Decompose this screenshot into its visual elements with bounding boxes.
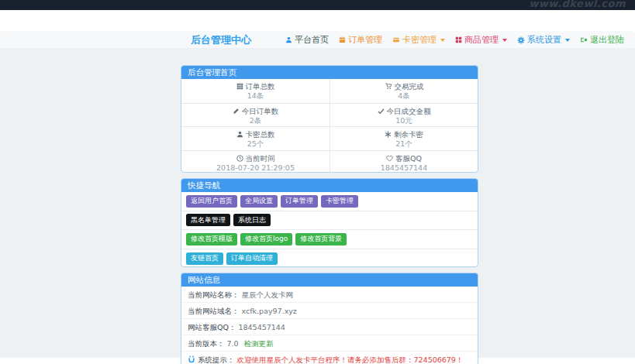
- stat-label: 当前时间: [181, 153, 330, 163]
- quick-nav-button-卡密管理[interactable]: 卡密管理: [321, 195, 358, 208]
- chevron-down-icon: [502, 39, 507, 42]
- quick-nav-button-友链首页[interactable]: 友链首页: [186, 252, 223, 265]
- site-info-value: 7.0: [227, 335, 239, 352]
- stat-cell: 今日订单数2条: [181, 103, 330, 127]
- site-info-row: 当前版本：7.0检测更新: [181, 335, 478, 352]
- check-update-link[interactable]: 检测更新: [244, 335, 274, 352]
- nav-item-label: 系统设置: [527, 34, 561, 46]
- box-icon: [455, 36, 462, 43]
- site-info-label: 当前网站名称：: [188, 287, 240, 303]
- stat-label-text: 交易完成: [395, 81, 424, 91]
- stat-label: 卡密总数: [181, 129, 330, 139]
- quick-nav-row: 友链首页订单自动清理: [181, 249, 478, 269]
- stat-label-text: 当前时间: [246, 153, 275, 163]
- stat-label: 剩余卡密: [330, 129, 478, 139]
- site-info-row: 当前网站名称：星辰个人发卡网: [181, 287, 478, 303]
- site-info-label: 网站客服QQ：: [188, 319, 236, 335]
- stat-label-text: 卡密总数: [246, 129, 275, 139]
- stat-label-text: 订单总数: [246, 81, 275, 91]
- check-icon: [378, 108, 385, 115]
- navbar: 后台管理中心 平台首页订单管理卡密管理商品管理系统设置退出登陆: [0, 31, 635, 49]
- stat-label-text: 剩余卡密: [394, 129, 423, 139]
- credit-card-icon: [392, 36, 400, 43]
- quick-nav-body: 返回用户首页全局设置订单管理卡密管理黑名单管理系统日志修改首页模版修改首页log…: [181, 192, 478, 268]
- site-info-label: 系统提示：: [198, 352, 235, 364]
- quick-nav-button-返回用户首页[interactable]: 返回用户首页: [186, 195, 237, 208]
- gear-icon: [517, 36, 525, 44]
- grid-icon: [236, 83, 243, 90]
- site-info-value: 1845457144: [238, 319, 285, 335]
- stat-value: 1845457144: [330, 163, 478, 173]
- stat-value: 25个: [181, 139, 330, 149]
- asterisk-icon: [385, 131, 392, 138]
- site-info-label: 当前网站域名：: [188, 303, 240, 319]
- nav-item-系统设置[interactable]: 系统设置: [517, 34, 570, 46]
- stat-value: 2条: [181, 116, 330, 125]
- signout-icon: [580, 36, 588, 43]
- nav-item-平台首页[interactable]: 平台首页: [285, 34, 329, 46]
- stat-label: 客服QQ: [330, 153, 478, 163]
- brand-title: 后台管理中心: [191, 31, 251, 49]
- site-info-row: 系统提示：欢迎使用星辰个人发卡平台程序！请务必添加售后群：724506679！: [181, 352, 478, 364]
- stat-value: 21个: [330, 139, 478, 149]
- stat-cell: 今日成交金额10元: [330, 103, 478, 127]
- clock-icon: [236, 155, 243, 162]
- stat-label: 订单总数: [181, 81, 330, 91]
- nav-item-label: 商品管理: [464, 34, 499, 46]
- nav-item-退出登陆[interactable]: 退出登陆: [580, 34, 624, 46]
- site-info-value: 星辰个人发卡网: [242, 287, 294, 303]
- quick-nav-panel: 快捷导航 返回用户首页全局设置订单管理卡密管理黑名单管理系统日志修改首页模版修改…: [181, 178, 478, 267]
- stat-cell: 当前时间2018-07-20 21:29:05: [181, 150, 330, 174]
- quick-nav-button-系统日志[interactable]: 系统日志: [233, 214, 271, 226]
- chevron-down-icon: [565, 39, 570, 42]
- stat-cell: 交易完成4条: [330, 79, 478, 103]
- pencil-icon: [233, 108, 240, 115]
- quick-nav-panel-title: 快捷导航: [181, 179, 478, 192]
- calendar-icon: [339, 36, 346, 43]
- stat-label-text: 今日成交金额: [387, 106, 431, 116]
- stat-value: 14条: [181, 91, 330, 101]
- stat-label: 交易完成: [330, 81, 478, 91]
- site-info-label: 当前版本：: [188, 335, 225, 352]
- stat-cell: 客服QQ1845457144: [330, 150, 478, 174]
- site-info-panel-title: 网站信息: [181, 273, 478, 287]
- quick-nav-row: 修改首页模版修改首页logo修改首页背景: [181, 230, 478, 249]
- stat-value: 10元: [330, 116, 478, 125]
- nav-item-卡密管理[interactable]: 卡密管理: [392, 34, 445, 46]
- user-icon: [285, 36, 292, 43]
- site-info-value: xcfk.pay97.xyz: [242, 303, 297, 319]
- nav-item-label: 退出登陆: [590, 34, 624, 46]
- quick-nav-button-订单自动清理[interactable]: 订单自动清理: [226, 252, 278, 265]
- watermark-text: www.dkewl.com: [0, 0, 635, 10]
- stat-cell: 订单总数14条: [181, 79, 330, 103]
- chevron-down-icon: [440, 39, 445, 42]
- quick-nav-button-黑名单管理[interactable]: 黑名单管理: [186, 214, 230, 226]
- nav-item-商品管理[interactable]: 商品管理: [455, 34, 507, 46]
- stat-label: 今日成交金额: [330, 106, 478, 116]
- quick-nav-button-修改首页模版[interactable]: 修改首页模版: [186, 233, 237, 246]
- stat-label-text: 今日订单数: [242, 106, 279, 116]
- site-info-row: 当前网站域名：xcfk.pay97.xyz: [181, 303, 478, 319]
- quick-nav-row: 返回用户首页全局设置订单管理卡密管理: [181, 192, 478, 211]
- quick-nav-button-全局设置[interactable]: 全局设置: [240, 195, 278, 208]
- nav-menu: 平台首页订单管理卡密管理商品管理系统设置退出登陆: [285, 31, 624, 49]
- stat-value: 2018-07-20 21:29:05: [181, 163, 330, 173]
- heart-icon: [386, 155, 393, 162]
- quick-nav-button-修改首页背景[interactable]: 修改首页背景: [295, 233, 347, 246]
- system-alert-text: 欢迎使用星辰个人发卡平台程序！请务必添加售后群：724506679！: [237, 352, 464, 364]
- cart-icon: [385, 83, 392, 90]
- nav-item-label: 平台首页: [295, 34, 329, 46]
- nav-item-label: 卡密管理: [402, 34, 437, 46]
- system-alert-icon: [188, 355, 195, 363]
- nav-item-订单管理[interactable]: 订单管理: [339, 34, 382, 46]
- quick-nav-row: 黑名单管理系统日志: [181, 211, 478, 231]
- stat-value: 4条: [330, 91, 478, 101]
- stats-table: 订单总数14条交易完成4条今日订单数2条今日成交金额10元卡密总数25个剩余卡密…: [181, 79, 478, 173]
- dashboard-panel-title: 后台管理首页: [181, 66, 478, 79]
- dashboard-panel: 后台管理首页 订单总数14条交易完成4条今日订单数2条今日成交金额10元卡密总数…: [181, 65, 478, 173]
- site-info-body: 当前网站名称：星辰个人发卡网当前网站域名：xcfk.pay97.xyz网站客服Q…: [181, 287, 478, 364]
- quick-nav-button-修改首页logo[interactable]: 修改首页logo: [240, 233, 292, 246]
- nav-item-label: 订单管理: [348, 34, 382, 46]
- quick-nav-button-订单管理[interactable]: 订单管理: [281, 195, 318, 208]
- stat-cell: 剩余卡密21个: [330, 126, 478, 150]
